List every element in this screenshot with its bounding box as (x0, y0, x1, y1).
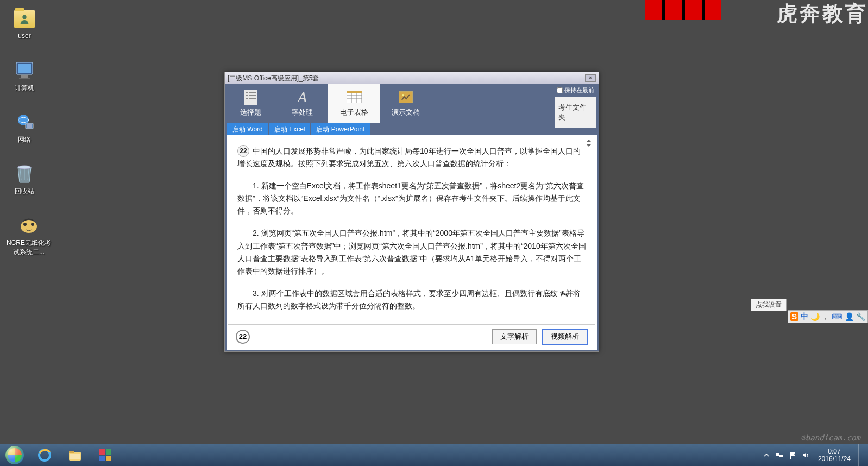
taskbar: 0:07 2016/11/24 (0, 444, 868, 466)
taskbar-clock[interactable]: 0:07 2016/11/24 (814, 448, 855, 463)
svg-rect-37 (790, 452, 791, 459)
recycle-icon (14, 163, 35, 185)
taskbar-ie[interactable] (29, 445, 60, 465)
choice-icon (243, 90, 259, 105)
app-grid-icon (98, 448, 113, 463)
ime-comma-icon[interactable]: ， (822, 312, 829, 322)
svg-rect-29 (69, 451, 74, 453)
content-footer: 22 文字解析 视频解析 (228, 324, 595, 348)
brand-logo (645, 0, 721, 20)
excel-icon (347, 90, 362, 105)
tab-excel[interactable]: 电子表格 (328, 84, 380, 123)
ime-moon-icon[interactable]: 🌙 (810, 312, 820, 321)
svg-point-10 (23, 223, 27, 226)
svg-rect-36 (779, 455, 783, 457)
explorer-icon (67, 448, 83, 463)
tray-volume-icon[interactable] (801, 450, 810, 460)
taskbar-explorer[interactable] (60, 445, 90, 465)
ime-user-icon[interactable]: 👤 (845, 312, 854, 321)
brand-text: 虎奔教育 (777, 0, 868, 28)
keep-top-checkbox[interactable]: 保持在最前 (557, 86, 594, 95)
ppt-icon (398, 90, 413, 105)
exam-files-button[interactable]: 考生文件夹 (555, 97, 596, 128)
tab-ppt[interactable]: 演示文稿 (380, 84, 431, 123)
ime-toolbar[interactable]: S 中 🌙 ， ⌨ 👤 🔧 (788, 310, 868, 323)
svg-rect-24 (347, 91, 362, 93)
taskbar-app[interactable] (90, 445, 121, 465)
svg-rect-14 (249, 92, 256, 93)
tiger-icon (18, 215, 40, 236)
question-step-3: 3. 对两个工作表中的数据区域套用合适的表格样式，要求至少四周有边框、且偶数行有… (237, 287, 586, 312)
windows-icon (5, 446, 24, 464)
svg-rect-30 (70, 454, 80, 459)
close-button[interactable]: × (585, 74, 596, 82)
svg-rect-25 (399, 91, 413, 103)
window-title: [二级MS Office高级应用]_第5套 (228, 74, 585, 83)
launch-excel-button[interactable]: 启动 Excel (269, 123, 311, 135)
launch-bar: 启动 Word 启动 Excel 启动 PowerPoint (225, 123, 599, 135)
svg-rect-33 (99, 456, 105, 461)
scroll-indicator[interactable] (586, 140, 593, 146)
svg-rect-16 (249, 95, 256, 96)
tab-word[interactable]: A 字处理 (276, 84, 328, 123)
desktop-icon-recycle[interactable]: 回收站 (5, 163, 43, 196)
ime-settings-icon[interactable]: 🔧 (856, 312, 865, 321)
tab-choice[interactable]: 选择题 (225, 84, 276, 123)
question-intro: 中国的人口发展形势非常严峻，为此国家统计局每10年进行一次全国人口普查，以掌握全… (237, 147, 581, 168)
svg-point-0 (22, 15, 26, 19)
svg-rect-7 (27, 124, 32, 128)
launch-ppt-button[interactable]: 启动 PowerPoint (311, 123, 370, 135)
svg-point-8 (18, 166, 31, 169)
main-toolbar: 选择题 A 字处理 电子表格 演示文稿 保持在最前 考生文件夹 (225, 84, 599, 123)
desktop-icon-ncre[interactable]: NCRE无纸化考试系统二... (5, 215, 52, 257)
svg-rect-4 (19, 78, 30, 79)
content-frame: 22中国的人口发展形势非常严峻，为此国家统计局每10年进行一次全国人口普查，以掌… (225, 135, 599, 351)
start-button[interactable] (0, 444, 29, 466)
svg-rect-2 (18, 64, 31, 73)
question-number-badge: 22 (237, 145, 249, 157)
question-content[interactable]: 22中国的人口发展形势非常严峻，为此国家统计局每10年进行一次全国人口普查，以掌… (227, 135, 597, 324)
ie-icon (37, 448, 52, 463)
recorder-watermark: ®bandicam.com (801, 433, 860, 442)
svg-rect-13 (246, 92, 248, 93)
network-icon (14, 111, 35, 133)
svg-rect-31 (99, 449, 105, 455)
show-desktop-button[interactable] (858, 444, 865, 466)
svg-rect-3 (21, 75, 28, 78)
desktop-icon-computer[interactable]: 计算机 (5, 60, 43, 93)
svg-rect-32 (106, 449, 111, 455)
titlebar[interactable]: [二级MS Office高级应用]_第5套 × (225, 72, 599, 84)
svg-point-26 (402, 94, 404, 96)
desktop-icon-network[interactable]: 网络 (5, 111, 43, 144)
word-icon: A (295, 90, 310, 105)
ime-sogou-icon[interactable]: S (790, 312, 798, 321)
ime-keyboard-icon[interactable]: ⌨ (832, 312, 842, 321)
tray-flag-icon[interactable] (788, 450, 797, 460)
exam-window: [二级MS Office高级应用]_第5套 × 选择题 A 字处理 电子表格 演… (224, 72, 599, 352)
question-step-2: 2. 浏览网页“第五次全国人口普查公报.htm”，将其中的“2000年第五次全国… (237, 227, 586, 277)
video-analysis-button[interactable]: 视频解析 (542, 329, 588, 345)
ime-lang[interactable]: 中 (801, 312, 808, 322)
ime-tip[interactable]: 点我设置 (751, 299, 787, 311)
text-analysis-button[interactable]: 文字解析 (492, 329, 537, 344)
svg-rect-15 (246, 95, 248, 96)
desktop-icon-user[interactable]: user (5, 8, 43, 40)
svg-rect-18 (249, 98, 256, 99)
svg-rect-34 (106, 456, 111, 461)
system-tray: 0:07 2016/11/24 (758, 444, 868, 466)
launch-word-button[interactable]: 启动 Word (227, 123, 268, 135)
footer-question-number: 22 (236, 330, 250, 344)
computer-icon (14, 60, 35, 81)
svg-rect-35 (776, 453, 779, 456)
svg-rect-17 (246, 98, 248, 99)
tray-up-icon[interactable] (762, 450, 771, 460)
svg-point-11 (31, 223, 34, 226)
folder-icon (14, 8, 35, 30)
question-step-1: 1. 新建一个空白Excel文档，将工作表sheet1更名为“第五次普查数据”，… (237, 180, 586, 217)
tray-network-icon[interactable] (775, 450, 784, 460)
